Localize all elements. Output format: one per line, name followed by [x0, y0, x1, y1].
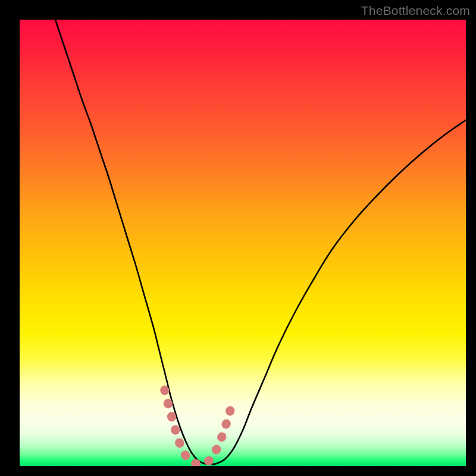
- plot-area: [20, 20, 466, 466]
- watermark-text: TheBottleneck.com: [361, 4, 470, 18]
- chart-svg: [20, 20, 466, 466]
- optimal-zone-marker: [165, 390, 232, 464]
- bottleneck-curve: [55, 20, 466, 464]
- chart-frame: TheBottleneck.com: [0, 0, 476, 476]
